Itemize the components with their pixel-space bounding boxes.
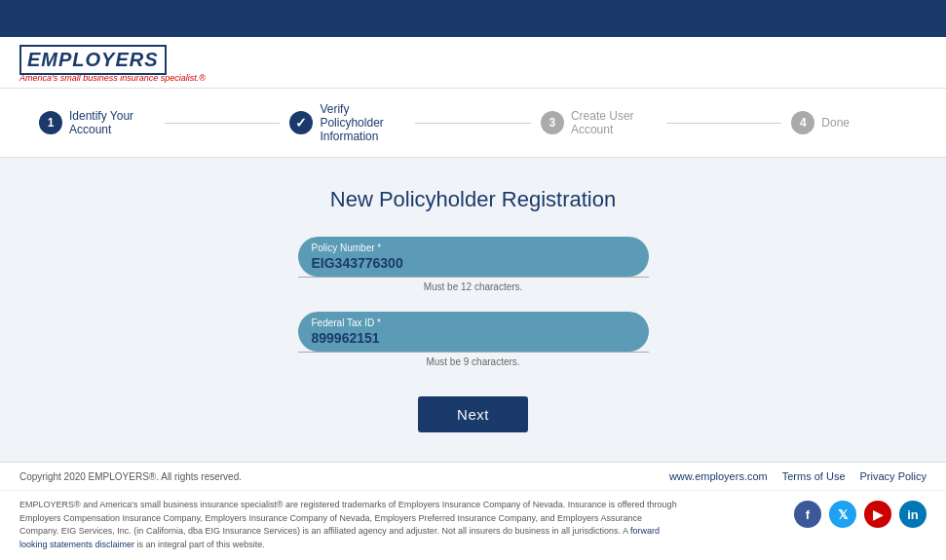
step-1-circle: 1	[39, 111, 62, 134]
step-4: 4 Done	[791, 111, 907, 134]
step-3-number: 3	[549, 116, 556, 130]
main-content: New Policyholder Registration Policy Num…	[0, 158, 946, 462]
tax-underline	[298, 352, 649, 353]
step-2-circle: ✓	[289, 111, 313, 134]
policy-number-wrapper: Policy Number *	[298, 237, 649, 277]
disclaimer-text: EMPLOYERS® and America's small business …	[19, 500, 677, 536]
step-1-label: Identify Your Account	[69, 109, 155, 136]
logo-text: EMPLOYERS	[27, 49, 159, 71]
step-3-label: Create User Account	[571, 109, 657, 136]
footer-bottom: EMPLOYERS® and America's small business …	[0, 490, 946, 560]
logo-subtitle: America's small business insurance speci…	[19, 73, 927, 83]
step-4-number: 4	[800, 116, 807, 130]
footer-copyright: Copyright 2020 EMPLOYERS®. All rights re…	[19, 471, 242, 482]
step-3: 3 Create User Account	[541, 109, 657, 136]
policy-number-label: Policy Number *	[312, 243, 635, 253]
footer-link-website[interactable]: www.employers.com	[669, 470, 768, 482]
policy-underline	[298, 277, 649, 278]
footer-link-privacy[interactable]: Privacy Policy	[860, 470, 927, 482]
stepper: 1 Identify Your Account ✓ Verify Policyh…	[0, 89, 946, 158]
form-container: New Policyholder Registration Policy Num…	[230, 187, 717, 432]
footer-top: Copyright 2020 EMPLOYERS®. All rights re…	[0, 462, 946, 490]
social-icons: f 𝕏 ▶ in	[794, 501, 927, 528]
step-line-1	[165, 123, 281, 124]
step-2: ✓ Verify Policyholder Information	[289, 102, 405, 143]
tax-id-wrapper: Federal Tax ID *	[298, 312, 649, 352]
policy-number-input[interactable]	[312, 255, 635, 271]
tax-hint: Must be 9 characters.	[230, 356, 717, 367]
step-2-check: ✓	[295, 115, 307, 131]
step-2-label: Verify Policyholder Information	[320, 102, 405, 143]
youtube-icon[interactable]: ▶	[864, 501, 891, 528]
footer-link-terms[interactable]: Terms of Use	[782, 470, 846, 482]
tax-id-label: Federal Tax ID *	[312, 317, 635, 328]
tax-id-group: Federal Tax ID * Must be 9 characters.	[230, 312, 717, 367]
logo-box: EMPLOYERS	[19, 45, 167, 75]
policy-hint: Must be 12 characters.	[230, 281, 717, 292]
footer-disclaimer: EMPLOYERS® and America's small business …	[19, 499, 682, 551]
step-4-label: Done	[821, 116, 850, 130]
logo-bar: EMPLOYERS America's small business insur…	[0, 37, 946, 89]
disclaimer-end: is an integral part of this website.	[137, 540, 265, 549]
policy-number-group: Policy Number * Must be 12 characters.	[230, 237, 717, 292]
page-title: New Policyholder Registration	[330, 187, 616, 212]
step-1-number: 1	[48, 116, 55, 130]
next-button[interactable]: Next	[418, 396, 528, 432]
step-line-3	[666, 123, 782, 124]
step-1: 1 Identify Your Account	[39, 109, 155, 136]
linkedin-icon[interactable]: in	[899, 501, 927, 528]
footer-links: www.employers.com Terms of Use Privacy P…	[669, 470, 927, 482]
step-4-circle: 4	[791, 111, 814, 134]
step-line-2	[415, 123, 531, 124]
twitter-icon[interactable]: 𝕏	[829, 501, 856, 528]
top-header-bar	[0, 0, 946, 37]
facebook-icon[interactable]: f	[794, 501, 821, 528]
tax-id-input[interactable]	[312, 330, 635, 346]
step-3-circle: 3	[541, 111, 564, 134]
